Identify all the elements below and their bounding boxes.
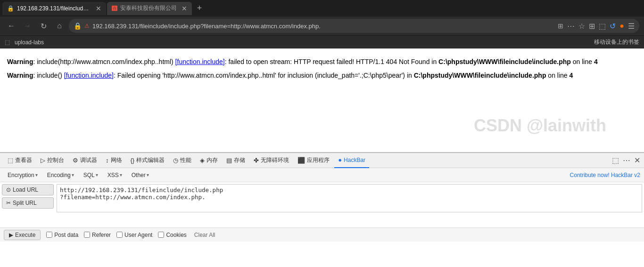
post-data-checkbox[interactable] bbox=[46, 232, 52, 238]
sidebar-icon[interactable]: ⊞ bbox=[589, 22, 595, 31]
hackbar-body: ⊙ Load URL ✂ Split URL http://192.168.23… bbox=[0, 182, 644, 227]
dt-tab-hackbar[interactable]: ● HackBar bbox=[334, 153, 369, 168]
referer-checkbox-group: Referer bbox=[84, 232, 111, 238]
bookmark-icon: ⬚ bbox=[5, 39, 10, 46]
qr-icon[interactable]: ⊞ bbox=[558, 22, 563, 30]
devtools-dock-icon[interactable]: ⬚ bbox=[612, 156, 619, 165]
warn-link-2[interactable]: [function.include] bbox=[64, 72, 114, 79]
tab-title-active: 192.168.239.131/fileinclude/incl... bbox=[17, 5, 91, 12]
hackbar-menu-other[interactable]: Other ▾ bbox=[128, 171, 153, 179]
address-warning-icon: ⚠ bbox=[84, 23, 90, 29]
dt-tab-storage[interactable]: ▤ 存储 bbox=[223, 153, 249, 168]
other-arrow-icon: ▾ bbox=[147, 172, 149, 178]
dt-tab-application[interactable]: ⬛ 应用程序 bbox=[294, 153, 333, 168]
debugger-label: 调试器 bbox=[80, 156, 97, 164]
split-url-icon: ✂ bbox=[6, 200, 11, 206]
dt-tab-network[interactable]: ↕ 网络 bbox=[102, 153, 126, 168]
hackbar-main-row: ⊙ Load URL ✂ Split URL http://192.168.23… bbox=[2, 184, 642, 226]
bookmark-right-label: 移动设备上的书签 bbox=[594, 38, 639, 46]
hackbar-contribute[interactable]: Contribute now! HackBar v2 bbox=[570, 172, 640, 178]
devtools-close-icon[interactable]: ✕ bbox=[634, 156, 640, 165]
load-url-icon: ⊙ bbox=[6, 186, 11, 193]
post-data-label: Post data bbox=[54, 232, 78, 238]
hackbar-menu-encoding[interactable]: Encoding ▾ bbox=[43, 171, 78, 179]
warn-label-2: Warning bbox=[7, 72, 33, 79]
warning-line-2: Warning: include() [function.include]: F… bbox=[7, 71, 637, 81]
xss-label: XSS bbox=[107, 172, 119, 178]
address-bar[interactable]: 🔒 ⚠ ⊞ ⋯ ☆ ⊞ ⬚ ↺ ● ☰ bbox=[69, 19, 639, 33]
referer-checkbox[interactable] bbox=[84, 232, 90, 238]
warn-line-1: 4 bbox=[594, 58, 598, 65]
accessibility-icon: ✤ bbox=[254, 157, 259, 164]
warn-line-2: 4 bbox=[570, 72, 573, 79]
style-editor-label: 样式编辑器 bbox=[136, 156, 165, 164]
bookmark-label[interactable]: upload-labs bbox=[15, 39, 44, 46]
clear-all-button[interactable]: Clear All bbox=[194, 232, 215, 238]
dt-tab-memory[interactable]: ◈ 内存 bbox=[196, 153, 222, 168]
sql-arrow-icon: ▾ bbox=[96, 172, 98, 178]
back-button[interactable]: ← bbox=[5, 19, 18, 32]
user-agent-checkbox[interactable] bbox=[116, 232, 123, 238]
hackbar-label: HackBar bbox=[344, 157, 365, 163]
accessibility-label: 无障碍环境 bbox=[261, 156, 289, 164]
warn-text-1b: : failed to open stream: HTTP request fa… bbox=[225, 58, 438, 65]
tab-favicon-red: 🅰 bbox=[112, 5, 117, 12]
hackbar-menu-encryption[interactable]: Encryption ▾ bbox=[4, 171, 41, 179]
address-extra-icons: ⊞ ⋯ ☆ ⊞ ⬚ ↺ ● ☰ bbox=[558, 22, 635, 31]
warn-path-1: C:\phpstudy\WWW\fileinclude\include.php bbox=[438, 58, 571, 65]
dt-tab-console[interactable]: ▷ 控制台 bbox=[37, 153, 68, 168]
warning-line-1: Warning: include(http://www.atmcn.com/in… bbox=[7, 57, 637, 67]
debugger-icon: ⚙ bbox=[73, 157, 78, 164]
tab-title-inactive: 安泰科技股份有限公司 bbox=[120, 4, 177, 12]
firefox-account-icon[interactable]: ● bbox=[619, 22, 624, 30]
tab-close-inactive[interactable]: ✕ bbox=[182, 5, 187, 12]
tab-active[interactable]: 🔒 192.168.239.131/fileinclude/incl... ✕ bbox=[2, 2, 106, 15]
load-url-button[interactable]: ⊙ Load URL bbox=[2, 184, 54, 195]
hackbar-dot-icon: ● bbox=[338, 156, 342, 163]
warn-label-1: Warning bbox=[7, 58, 33, 65]
memory-label: 内存 bbox=[206, 156, 218, 164]
tab-close-active[interactable]: ✕ bbox=[96, 5, 101, 12]
tab-favicon-lock: 🔒 bbox=[7, 5, 14, 12]
menu-icon[interactable]: ☰ bbox=[628, 22, 635, 31]
forward-button[interactable]: → bbox=[21, 19, 34, 32]
hackbar-version: HackBar v2 bbox=[611, 172, 640, 178]
encoding-arrow-icon: ▾ bbox=[72, 172, 74, 178]
inspector-icon: ⬚ bbox=[8, 157, 13, 164]
inspector-label: 查看器 bbox=[15, 156, 32, 164]
refresh-button[interactable]: ↻ bbox=[37, 19, 50, 32]
tab-inactive[interactable]: 🅰 安泰科技股份有限公司 ✕ bbox=[107, 2, 192, 15]
bookmark-star-icon[interactable]: ☆ bbox=[578, 22, 585, 31]
new-tab-button[interactable]: + bbox=[193, 2, 206, 15]
application-icon: ⬛ bbox=[297, 157, 305, 164]
dt-tab-inspector[interactable]: ⬚ 查看器 bbox=[4, 153, 36, 168]
post-data-checkbox-group: Post data bbox=[46, 232, 78, 238]
address-input[interactable] bbox=[92, 23, 555, 30]
execute-button[interactable]: ▶ Execute bbox=[4, 230, 41, 240]
devtools-more-icon[interactable]: ⋯ bbox=[623, 156, 630, 165]
referer-label: Referer bbox=[92, 232, 111, 238]
dt-tab-performance[interactable]: ◷ 性能 bbox=[169, 153, 195, 168]
cookies-checkbox[interactable] bbox=[158, 232, 164, 238]
dt-tab-debugger[interactable]: ⚙ 调试器 bbox=[69, 153, 101, 168]
encryption-arrow-icon: ▾ bbox=[35, 172, 38, 178]
hackbar-toolbar: Encryption ▾ Encoding ▾ SQL ▾ XSS ▾ Othe… bbox=[0, 168, 644, 182]
synced-tabs-icon[interactable]: ↺ bbox=[610, 22, 616, 31]
application-label: 应用程序 bbox=[307, 156, 330, 164]
home-button[interactable]: ⌂ bbox=[53, 19, 66, 32]
bookmark-bar: ⬚ upload-labs 移动设备上的书签 bbox=[0, 35, 644, 49]
hackbar-menu-xss[interactable]: XSS ▾ bbox=[104, 171, 126, 179]
dt-tab-accessibility[interactable]: ✤ 无障碍环境 bbox=[250, 153, 293, 168]
more-icon[interactable]: ⋯ bbox=[567, 22, 575, 31]
warn-link-1[interactable]: [function.include] bbox=[175, 58, 225, 65]
warn-text-2c: on line bbox=[546, 72, 569, 79]
dt-tab-style-editor[interactable]: {} 样式编辑器 bbox=[127, 153, 169, 168]
bookmark-list-icon[interactable]: ⬚ bbox=[599, 22, 606, 31]
xss-arrow-icon: ▾ bbox=[120, 172, 122, 178]
execute-icon: ▶ bbox=[9, 232, 13, 238]
sql-label: SQL bbox=[83, 172, 95, 178]
contribute-text: Contribute now! bbox=[570, 172, 610, 178]
url-textarea[interactable]: http://192.168.239.131/fileinclude/inclu… bbox=[57, 184, 642, 212]
split-url-button[interactable]: ✂ Split URL bbox=[2, 197, 54, 209]
hackbar-menu-sql[interactable]: SQL ▾ bbox=[80, 171, 102, 179]
